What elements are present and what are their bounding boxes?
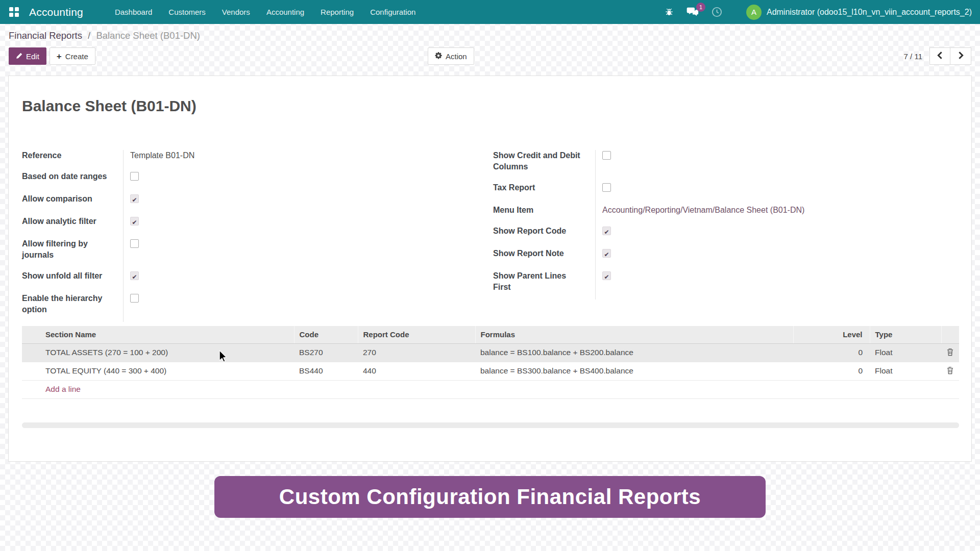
allow-comparison-checkbox[interactable] <box>130 194 139 203</box>
field-show-report-code: Show Report Code <box>493 226 861 238</box>
menu-configuration[interactable]: Configuration <box>362 0 424 24</box>
field-enable-hierarchy-option: Enable the hierarchy option <box>22 293 471 315</box>
add-a-line-link[interactable]: Add a line <box>22 380 959 398</box>
top-navbar: Accounting Dashboard Customers Vendors A… <box>0 0 980 24</box>
trash-icon <box>946 368 954 376</box>
page-title: Balance Sheet (B01-DN) <box>22 97 197 115</box>
cell-level[interactable]: 0 <box>793 362 870 380</box>
table-row[interactable]: TOTAL EQUITY (440 = 300 + 400) BS440 440… <box>22 362 959 380</box>
column-header-report-code[interactable]: Report Code <box>358 326 475 343</box>
user-name: Administrator (odoo15_l10n_vn_viin_accou… <box>767 8 972 17</box>
tax-report-checkbox[interactable] <box>602 183 611 192</box>
create-button[interactable]: + Create <box>50 47 95 65</box>
show-report-code-checkbox[interactable] <box>602 227 611 235</box>
enable-hierarchy-option-checkbox[interactable] <box>130 294 139 303</box>
user-avatar: A <box>746 5 762 20</box>
cell-formulas[interactable]: balance = BS300.balance + BS400.balance <box>475 362 793 380</box>
cell-section-name[interactable]: TOTAL ASSETS (270 = 100 + 200) <box>22 343 294 362</box>
field-show-parent-lines-first: Show Parent Lines First <box>493 270 861 293</box>
field-based-on-date-ranges: Based on date ranges <box>22 171 471 184</box>
cell-code[interactable]: BS270 <box>294 343 358 362</box>
chevron-left-icon <box>937 52 943 61</box>
list-header-row: Section Name Code Report Code Formulas L… <box>22 326 959 343</box>
caption-banner: Custom Configuration Financial Reports <box>214 476 766 518</box>
systray: 1 A Administrator (odoo15_l10n_vn_viin_a… <box>664 5 980 20</box>
delete-row-button[interactable] <box>944 347 956 359</box>
user-menu[interactable]: A Administrator (odoo15_l10n_vn_viin_acc… <box>746 5 972 20</box>
show-parent-lines-first-checkbox[interactable] <box>602 271 611 280</box>
cell-level[interactable]: 0 <box>793 343 870 362</box>
breadcrumb-financial-reports[interactable]: Financial Reports <box>9 30 82 41</box>
field-tax-report: Tax Report <box>493 182 861 195</box>
menu-dashboard[interactable]: Dashboard <box>107 0 160 24</box>
messages-icon[interactable]: 1 <box>687 7 699 17</box>
pencil-icon <box>16 52 22 61</box>
gear-icon <box>435 52 442 61</box>
column-header-level[interactable]: Level <box>793 326 870 343</box>
table-row[interactable]: TOTAL ASSETS (270 = 100 + 200) BS270 270… <box>22 343 959 362</box>
show-credit-debit-columns-checkbox[interactable] <box>602 151 611 160</box>
cell-formulas[interactable]: balance = BS100.balance + BS200.balance <box>475 343 793 362</box>
cell-report-code[interactable]: 440 <box>358 362 475 380</box>
field-menu-item: Menu Item Accounting/Reporting/Vietnam/B… <box>493 205 861 216</box>
field-group-left: Reference Template B01-DN Based on date … <box>22 150 471 325</box>
control-panel: Financial Reports / Balance Sheet (B01-D… <box>0 24 980 75</box>
form-sheet: Balance Sheet (B01-DN) Reference Templat… <box>8 76 972 462</box>
action-button[interactable]: Action <box>428 47 474 65</box>
column-header-formulas[interactable]: Formulas <box>475 326 793 343</box>
pager-count: 7 / 11 <box>904 52 922 61</box>
section-lines-list: Section Name Code Report Code Formulas L… <box>22 326 959 428</box>
allow-analytic-filter-checkbox[interactable] <box>130 217 139 226</box>
main-menu-bar: Dashboard Customers Vendors Accounting R… <box>107 0 424 24</box>
allow-filtering-by-journals-checkbox[interactable] <box>130 239 139 248</box>
column-header-code[interactable]: Code <box>294 326 358 343</box>
breadcrumb-separator: / <box>88 30 90 41</box>
field-show-unfold-all-filter: Show unfold all filter <box>22 270 471 283</box>
field-allow-analytic-filter: Allow analytic filter <box>22 216 471 229</box>
field-group-right: Show Credit and Debit Columns Tax Report… <box>493 150 861 303</box>
apps-menu-button[interactable] <box>0 0 26 24</box>
delete-row-button[interactable] <box>944 365 956 377</box>
field-allow-filtering-by-journals: Allow filtering by journals <box>22 238 471 261</box>
based-on-date-ranges-checkbox[interactable] <box>130 172 139 181</box>
show-unfold-all-filter-checkbox[interactable] <box>130 271 139 280</box>
field-show-credit-debit-columns: Show Credit and Debit Columns <box>493 150 861 172</box>
chevron-right-icon <box>958 52 964 61</box>
breadcrumb-current: Balance Sheet (B01-DN) <box>96 30 200 41</box>
activities-clock-icon[interactable] <box>711 6 723 18</box>
trash-icon <box>946 350 954 358</box>
menu-vendors[interactable]: Vendors <box>214 0 258 24</box>
debug-bug-icon[interactable] <box>664 7 674 17</box>
edit-button[interactable]: Edit <box>9 47 46 65</box>
apps-grid-icon <box>9 7 19 17</box>
cell-type[interactable]: Float <box>870 362 941 380</box>
column-header-actions <box>941 326 959 343</box>
add-a-line-row: Add a line <box>22 380 959 398</box>
messages-count-badge: 1 <box>696 3 705 12</box>
cell-section-name[interactable]: TOTAL EQUITY (440 = 300 + 400) <box>22 362 294 380</box>
column-header-type[interactable]: Type <box>870 326 941 343</box>
field-allow-comparison: Allow comparison <box>22 193 471 206</box>
field-show-report-note: Show Report Note <box>493 248 861 261</box>
menu-item-link[interactable]: Accounting/Reporting/Vietnam/Balance She… <box>591 205 804 216</box>
pager-previous-button[interactable] <box>929 47 950 65</box>
cell-code[interactable]: BS440 <box>294 362 358 380</box>
pager: 7 / 11 <box>904 47 971 65</box>
reference-value: Template B01-DN <box>119 150 194 161</box>
caption-banner-text: Custom Configuration Financial Reports <box>279 485 701 509</box>
plus-icon: + <box>57 52 62 61</box>
button-row: Edit + Create Action 7 / 11 <box>0 47 980 65</box>
pager-next-button[interactable] <box>950 47 971 65</box>
menu-accounting[interactable]: Accounting <box>258 0 312 24</box>
breadcrumb: Financial Reports / Balance Sheet (B01-D… <box>9 30 200 41</box>
show-report-note-checkbox[interactable] <box>602 249 611 258</box>
menu-customers[interactable]: Customers <box>160 0 214 24</box>
app-name[interactable]: Accounting <box>26 6 86 18</box>
cell-type[interactable]: Float <box>870 343 941 362</box>
menu-reporting[interactable]: Reporting <box>312 0 362 24</box>
field-reference: Reference Template B01-DN <box>22 150 471 161</box>
column-header-section-name[interactable]: Section Name <box>22 326 294 343</box>
horizontal-scrollbar[interactable] <box>22 422 959 428</box>
cell-report-code[interactable]: 270 <box>358 343 475 362</box>
